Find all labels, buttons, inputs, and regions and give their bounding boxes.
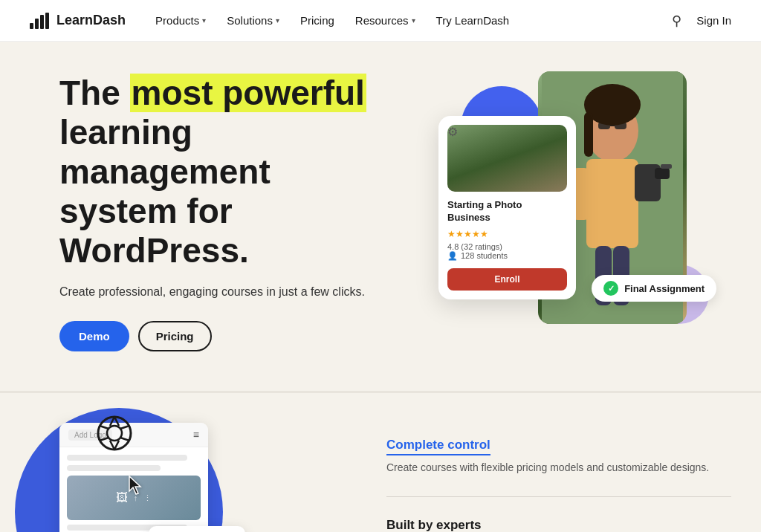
search-icon[interactable]: ⚲ — [672, 13, 681, 29]
svg-rect-2 — [40, 15, 44, 29]
svg-rect-3 — [45, 13, 49, 29]
signin-link[interactable]: Sign In — [696, 14, 731, 27]
pricing-button[interactable]: Pricing — [138, 321, 212, 351]
chevron-down-icon: ▾ — [276, 16, 279, 25]
hero-buttons: Demo Pricing — [59, 321, 394, 351]
course-rating: 4.8 (32 ratings) — [447, 242, 567, 251]
feature-desc-complete-control: Create courses with flexible pricing mod… — [386, 460, 731, 476]
hero-subtitle: Create professional, engaging courses in… — [59, 285, 394, 299]
svg-rect-0 — [30, 23, 33, 29]
gear-icon: ⚙ — [447, 125, 458, 139]
hero-highlight: most powerful — [130, 74, 366, 112]
more-icon: ⋮ — [143, 493, 152, 503]
course-card: ⚙ Starting a Photo Business ★★★★★ 4.8 (3… — [438, 116, 576, 299]
svg-rect-10 — [661, 164, 672, 169]
editor-line — [67, 465, 161, 471]
bottom-section: Add Logo ≡ 🖼 ↑ ⋮ — [0, 393, 761, 532]
feature-list: Complete control Create courses with fle… — [386, 423, 731, 532]
svg-line-25 — [120, 438, 129, 441]
nav-try-learndash[interactable]: Try LearnDash — [436, 14, 510, 27]
nav-links: Products ▾ Solutions ▾ Pricing Resources… — [155, 14, 672, 27]
course-card-image — [447, 125, 567, 192]
svg-line-28 — [100, 438, 109, 441]
logo-text: LearnDash — [56, 13, 126, 28]
menu-icon: ≡ — [193, 429, 199, 441]
hero-illustration: ⚙ Starting a Photo Business ★★★★★ 4.8 (3… — [424, 71, 731, 354]
editor-header: Add Logo ≡ — [59, 423, 208, 447]
user-icon: 👤 — [447, 251, 458, 261]
feature-built-by-experts: Built by experts Crafted by the top mind… — [386, 518, 731, 532]
feature-complete-control: Complete control Create courses with fle… — [386, 438, 731, 497]
svg-rect-9 — [655, 168, 670, 179]
svg-line-29 — [100, 426, 109, 429]
camera-aperture-icon — [97, 415, 132, 456]
course-stars: ★★★★★ — [447, 229, 567, 239]
svg-point-20 — [98, 417, 131, 450]
assignment-badge: ✓ Final Assignment — [592, 275, 716, 302]
check-icon: ✓ — [603, 281, 618, 296]
badge-label: Final Assignment — [624, 283, 705, 294]
nav-products[interactable]: Products ▾ — [155, 14, 206, 27]
chevron-down-icon: ▾ — [202, 16, 206, 25]
cursor-icon — [126, 475, 144, 500]
hero-section: The most powerful learning management sy… — [0, 42, 761, 391]
editor-illustration: Add Logo ≡ 🖼 ↑ ⋮ — [0, 423, 357, 532]
nav-pricing[interactable]: Pricing — [300, 14, 334, 27]
demo-button[interactable]: Demo — [59, 321, 129, 351]
course-title: Starting a Photo Business — [447, 199, 567, 224]
nav-right: ⚲ Sign In — [672, 13, 731, 29]
svg-rect-6 — [586, 159, 638, 248]
enroll-button[interactable]: Enroll — [447, 268, 567, 291]
feature-title-experts[interactable]: Built by experts — [386, 518, 731, 532]
nav-solutions[interactable]: Solutions ▾ — [227, 14, 279, 27]
svg-line-24 — [120, 426, 129, 429]
svg-point-21 — [107, 426, 122, 441]
nav-resources[interactable]: Resources ▾ — [355, 14, 415, 27]
navbar: LearnDash Products ▾ Solutions ▾ Pricing… — [0, 0, 761, 42]
hero-title: The most powerful learning management sy… — [59, 74, 394, 270]
svg-rect-17 — [584, 112, 593, 157]
access-mode-card: Access Mode Open Free Buy now — [149, 526, 245, 532]
chevron-down-icon: ▾ — [412, 16, 415, 25]
feature-title-complete-control[interactable]: Complete control — [386, 438, 490, 455]
hero-content: The most powerful learning management sy… — [59, 74, 394, 351]
svg-rect-1 — [35, 19, 39, 29]
course-students: 👤 128 students — [447, 251, 567, 261]
nav-logo[interactable]: LearnDash — [30, 13, 126, 29]
